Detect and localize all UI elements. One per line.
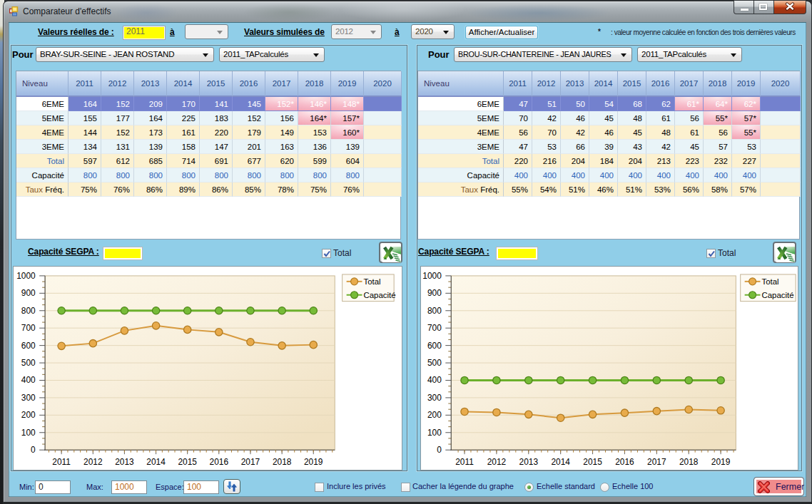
svg-text:2011: 2011 — [52, 457, 71, 467]
svg-text:2014: 2014 — [146, 457, 166, 467]
svg-text:300: 300 — [427, 393, 442, 403]
svg-text:2016: 2016 — [615, 457, 634, 467]
svg-text:2019: 2019 — [711, 457, 731, 467]
svg-text:2011: 2011 — [455, 457, 474, 467]
svg-text:700: 700 — [427, 323, 442, 333]
svg-text:2016: 2016 — [210, 457, 229, 467]
svg-text:0: 0 — [31, 445, 36, 455]
svg-text:900: 900 — [427, 288, 442, 298]
svg-text:300: 300 — [21, 393, 36, 403]
svg-text:2018: 2018 — [679, 457, 699, 467]
svg-text:900: 900 — [21, 288, 36, 298]
svg-text:100: 100 — [21, 428, 36, 438]
svg-text:800: 800 — [427, 306, 442, 316]
svg-text:500: 500 — [427, 358, 442, 368]
svg-text:2017: 2017 — [647, 457, 666, 467]
svg-text:500: 500 — [21, 358, 36, 368]
svg-text:Capacité: Capacité — [762, 291, 794, 299]
svg-text:2013: 2013 — [519, 457, 539, 467]
svg-text:2019: 2019 — [304, 457, 323, 467]
svg-text:800: 800 — [21, 306, 36, 316]
svg-text:1000: 1000 — [422, 271, 442, 281]
svg-text:100: 100 — [427, 428, 442, 438]
svg-text:600: 600 — [21, 341, 36, 351]
svg-text:700: 700 — [21, 323, 36, 333]
svg-text:Total: Total — [363, 277, 380, 286]
svg-text:2017: 2017 — [241, 457, 260, 467]
svg-text:2015: 2015 — [583, 457, 602, 467]
svg-text:Total: Total — [762, 277, 779, 286]
svg-text:1000: 1000 — [16, 271, 36, 281]
svg-text:400: 400 — [21, 375, 36, 385]
svg-text:200: 200 — [427, 410, 442, 420]
svg-text:2015: 2015 — [178, 457, 197, 467]
svg-text:400: 400 — [427, 375, 442, 385]
svg-text:0: 0 — [437, 445, 442, 455]
svg-text:200: 200 — [21, 410, 36, 420]
svg-text:2012: 2012 — [83, 457, 103, 467]
svg-text:2014: 2014 — [551, 457, 570, 467]
svg-text:2013: 2013 — [115, 457, 134, 467]
svg-text:2012: 2012 — [487, 457, 507, 467]
svg-text:600: 600 — [427, 341, 442, 351]
svg-text:Capacité: Capacité — [363, 291, 395, 299]
svg-text:2018: 2018 — [273, 457, 292, 467]
